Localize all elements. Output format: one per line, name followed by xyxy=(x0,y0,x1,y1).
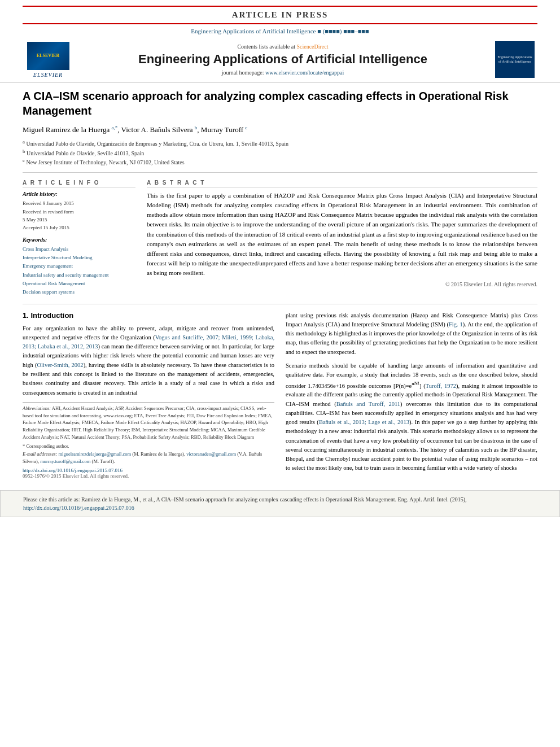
authors-line: Miguel Ramirez de la Huerga a,*, Victor … xyxy=(23,125,537,134)
article-history-label: Article history: xyxy=(23,191,135,197)
citation-oliver[interactable]: Oliver-Smith, 2002 xyxy=(37,362,83,368)
abstract-header: A B S T R A C T xyxy=(147,180,537,187)
affiliation-label-b: b xyxy=(23,148,25,154)
affiliation-a: a Universidad Pablo de Olavide, Organiza… xyxy=(23,139,537,147)
article-revised-date: 5 May 2015 xyxy=(23,216,135,224)
copyright-line: © 2015 Elsevier Ltd. All rights reserved… xyxy=(147,281,537,287)
affiliation-b: b Universidad Pablo de Olavide, Seville … xyxy=(23,148,537,156)
affiliation-a-text: Universidad Pablo de Olavide, Organizaci… xyxy=(27,141,288,147)
article-info-column: A R T I C L E I N F O Article history: R… xyxy=(23,180,135,296)
affiliation-label-c: c xyxy=(23,158,25,163)
keyword-4[interactable]: Industrial safety and security managemen… xyxy=(23,271,135,279)
email-link-1[interactable]: miguelramirezdelajuerga@gmail.com xyxy=(58,451,131,457)
journal-homepage-url[interactable]: www.elsevier.com/locate/engappai xyxy=(265,69,344,76)
keyword-6[interactable]: Decision support systems xyxy=(23,288,135,296)
elsevier-wordmark: ELSEVIER xyxy=(33,72,63,78)
journal-header-center: Contents lists available at ScienceDirec… xyxy=(73,43,492,75)
affiliation-c-text: New Jersey Institute of Technology, Newa… xyxy=(27,159,185,165)
article-in-press-banner: ARTICLE IN PRESS xyxy=(23,6,537,24)
doi-link[interactable]: http://dx.doi.org/10.1016/j.engappai.201… xyxy=(23,468,274,473)
article-title: A CIA–ISM scenario approach for analyzin… xyxy=(23,89,537,118)
author-sup-a: a,* xyxy=(112,125,118,130)
elsevier-logo-container: ELSEVIER ELSEVIER xyxy=(23,42,73,78)
email-link-3[interactable]: murray.turoff@gmail.com xyxy=(40,458,90,464)
keyword-1[interactable]: Cross Impact Analysis xyxy=(23,245,135,254)
section-title-text: Introduction xyxy=(30,311,73,320)
introduction-right-text-1: plant using previous risk analysis docum… xyxy=(286,311,537,357)
homepage-label: journal homepage: xyxy=(222,69,264,76)
footnote-section: Abbreviations: AHI, Accident Hazard Anal… xyxy=(23,402,274,479)
email-link-2[interactable]: victoranadeo@gmail.com xyxy=(186,451,236,457)
author-victor: Victor A. Bañuls Silvera xyxy=(121,125,193,134)
article-info-header: A R T I C L E I N F O xyxy=(23,180,135,187)
abstract-text: This is the first paper to apply a combi… xyxy=(147,191,537,277)
citation-fig1[interactable]: Fig. 1 xyxy=(449,321,463,327)
article-revised-label: Received in revised form xyxy=(23,208,135,216)
citation-bar-text: Please cite this article as: Ramirez de … xyxy=(23,496,467,503)
article-received: Received 9 January 2015 xyxy=(23,199,135,207)
keyword-2[interactable]: Interpretative Structural Modeling xyxy=(23,254,135,262)
elsevier-logo-icon: ELSEVIER xyxy=(37,53,59,58)
keywords-label: Keywords: xyxy=(23,237,135,243)
abbreviations-label: Abbreviations: xyxy=(23,405,51,411)
section-number: 1. xyxy=(23,311,29,320)
citation-vogus[interactable]: Vogus and Sutcliffe, 2007; Mileti, 1999;… xyxy=(23,334,274,350)
journal-header: ELSEVIER ELSEVIER Contents lists availab… xyxy=(0,37,560,83)
journal-homepage-line: journal homepage: www.elsevier.com/locat… xyxy=(79,69,487,76)
keyword-5[interactable]: Operational Risk Management xyxy=(23,279,135,288)
citation-bar: Please cite this article as: Ramirez de … xyxy=(0,490,560,517)
contents-available-text: Contents lists available at xyxy=(237,43,295,50)
body-separator xyxy=(23,304,537,304)
body-right-column: plant using previous risk analysis docum… xyxy=(286,311,537,479)
keyword-3[interactable]: Emergency management xyxy=(23,262,135,270)
introduction-right-text-2: Scenario methods should be capable of ha… xyxy=(286,361,537,473)
affiliation-label-a: a xyxy=(23,139,25,145)
author-miguel: Miguel Ramirez de la Huerga xyxy=(23,125,110,134)
elsevier-logo-box: ELSEVIER xyxy=(27,42,69,70)
abstract-column: A B S T R A C T This is the first paper … xyxy=(147,180,537,296)
issn-line: 0952-1976/© 2015 Elsevier Ltd. All right… xyxy=(23,473,274,479)
introduction-title: 1. Introduction xyxy=(23,311,274,320)
affiliation-c: c New Jersey Institute of Technology, Ne… xyxy=(23,158,537,165)
sciencedirect-link[interactable]: ScienceDirect xyxy=(296,43,328,50)
contents-available-line: Contents lists available at ScienceDirec… xyxy=(79,43,487,50)
journal-logo-right: Engineering Applications of Artificial I… xyxy=(492,41,537,78)
engineering-ai-logo: Engineering Applications of Artificial I… xyxy=(495,41,535,78)
citation-bar-doi[interactable]: http://dx.doi.org/10.1016/j.engappai.201… xyxy=(23,505,134,511)
article-info-abstract-section: A R T I C L E I N F O Article history: R… xyxy=(23,180,537,296)
main-content: A CIA–ISM scenario approach for analyzin… xyxy=(0,83,560,484)
author-sup-c: c xyxy=(245,125,247,130)
abbreviations-text: Abbreviations: AHI, Accident Hazard Anal… xyxy=(23,405,274,441)
citation-banuls-turoff[interactable]: Bañuls and Turoff, 2011 xyxy=(336,401,400,407)
affiliation-b-text: Universidad Pablo de Olavide, Seville 41… xyxy=(27,150,144,156)
introduction-left-text: For any organization to have the ability… xyxy=(23,324,274,397)
separator-line xyxy=(23,172,537,173)
journal-title: Engineering Applications of Artificial I… xyxy=(79,52,487,67)
author-sup-b: b xyxy=(195,125,198,130)
citation-turoff[interactable]: Turoff, 1972 xyxy=(426,382,456,388)
body-left-column: 1. Introduction For any organization to … xyxy=(23,311,274,479)
corresponding-author-note: * Corresponding author. xyxy=(23,443,274,450)
logo-title-text: Engineering Applications of Artificial I… xyxy=(497,55,532,63)
journal-reference-line: Engineering Applications of Artificial I… xyxy=(0,28,560,34)
citation-banuls-2013[interactable]: Bañuls et al., 2013; Lage et al., 2013 xyxy=(319,419,409,425)
author-murray: Murray Turoff xyxy=(201,125,243,134)
email-addresses: E-mail addresses: miguelramirezdelajuerg… xyxy=(23,451,274,465)
article-accepted: Accepted 15 July 2015 xyxy=(23,224,135,231)
body-section: 1. Introduction For any organization to … xyxy=(23,311,537,479)
